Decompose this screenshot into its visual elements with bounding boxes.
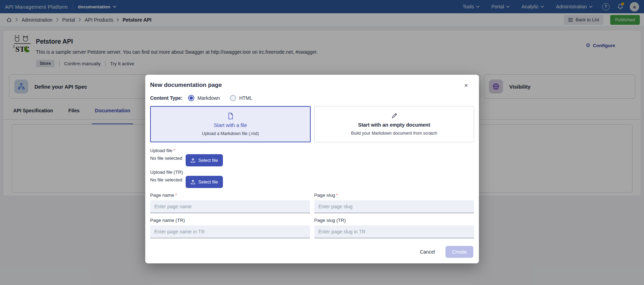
page-name-label: Page name* (150, 193, 310, 198)
field-page-name: Page name* (150, 193, 310, 213)
page-slug-input[interactable] (314, 200, 474, 213)
modal-footer: Cancel Create (150, 246, 474, 258)
modal-title: New documentation page (150, 80, 474, 89)
content-type-row: Content Type: Markdown HTML (150, 95, 474, 101)
upload-file-tr-status: No file selected (150, 176, 182, 182)
new-documentation-page-modal: New documentation page × Content Type: M… (145, 75, 479, 263)
field-page-name-tr: Page name (TR) (150, 218, 310, 238)
page-fields-grid: Page name* Page slug* Page name (TR) Pag… (150, 193, 474, 238)
upload-icon (191, 158, 195, 163)
file-icon (228, 113, 233, 119)
content-type-radio-group: Markdown HTML (188, 95, 253, 101)
field-page-slug: Page slug* (314, 193, 474, 213)
page-slug-tr-input[interactable] (314, 225, 474, 238)
content-type-label: Content Type: (150, 95, 183, 101)
radio-circle (230, 95, 236, 101)
page-slug-tr-label: Page slug (TR) (314, 218, 474, 223)
upload-file-tr-row: No file selected Select file (150, 176, 474, 188)
create-button[interactable]: Create (445, 246, 473, 258)
select-file-tr-button[interactable]: Select file (186, 176, 223, 188)
start-option-cards: Start with a file Upload a Markdown file… (150, 106, 474, 142)
radio-circle (188, 95, 194, 101)
field-page-slug-tr: Page slug (TR) (314, 218, 474, 238)
radio-markdown[interactable]: Markdown (188, 95, 220, 101)
cancel-button[interactable]: Cancel (414, 246, 441, 258)
upload-file-tr-label: Upload file (TR) (150, 170, 474, 175)
option-start-with-file[interactable]: Start with a file Upload a Markdown file… (150, 106, 311, 142)
page-name-input[interactable] (150, 200, 310, 213)
pencil-icon (391, 113, 397, 119)
upload-icon (191, 180, 195, 185)
page-name-tr-input[interactable] (150, 225, 310, 238)
radio-html[interactable]: HTML (230, 95, 253, 101)
required-asterisk: * (173, 148, 175, 153)
upload-file-label: Upload file* (150, 148, 474, 153)
page-slug-label: Page slug* (314, 193, 474, 198)
select-file-button[interactable]: Select file (186, 154, 223, 166)
page-name-tr-label: Page name (TR) (150, 218, 310, 223)
close-icon[interactable]: × (463, 82, 469, 89)
required-asterisk: * (336, 193, 338, 198)
upload-file-status: No file selected (150, 154, 182, 161)
upload-file-row: No file selected Select file (150, 154, 474, 166)
required-asterisk: * (175, 193, 177, 198)
option-start-empty-document[interactable]: Start with an empty document Build your … (314, 106, 474, 142)
